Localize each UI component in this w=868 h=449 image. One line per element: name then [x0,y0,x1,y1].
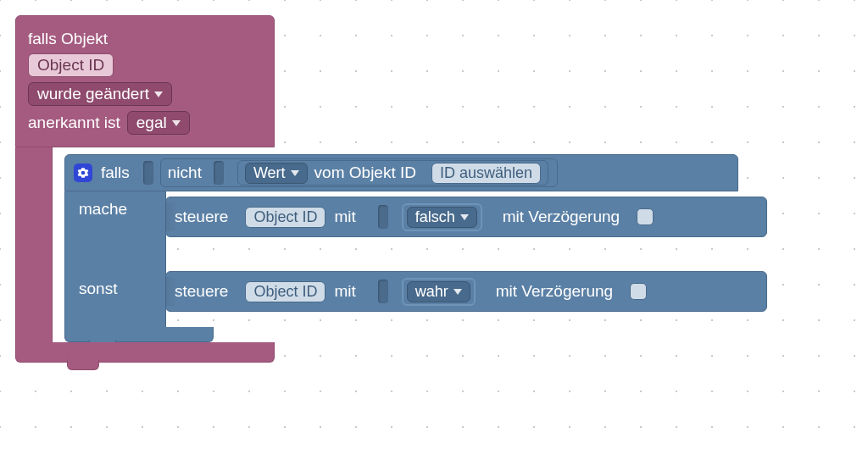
chevron-down-icon [460,214,469,220]
value-block-false[interactable]: falsch [402,203,482,231]
control-block-else[interactable]: steuere Object ID mit wahr [165,271,767,312]
value-socket-else[interactable] [378,280,388,303]
from-object-label: vom Objekt ID [314,164,416,182]
trigger-object-label: Object ID [37,56,104,75]
trigger-ack-label: anerkannt ist [28,114,120,132]
trigger-title: falls Objekt [28,30,108,48]
if-header[interactable]: falls nicht Wert vom Objekt ID I [64,154,738,191]
control-block-do[interactable]: steuere Object ID mit falsch [165,197,767,237]
trigger-body: falls nicht Wert vom Objekt ID I [15,147,868,342]
get-value-block[interactable]: Wert vom Objekt ID ID auswählen [237,160,548,186]
control-object-chip-else[interactable]: Object ID [245,281,326,302]
if-rail: mache sonst [64,191,166,327]
value-block-true[interactable]: wahr [402,278,476,306]
chevron-down-icon [453,289,462,295]
true-dropdown-label: wahr [415,283,448,301]
trigger-object-chip[interactable]: Object ID [28,53,114,77]
trigger-event-dropdown[interactable]: wurde geändert [28,82,172,106]
select-id-label: ID auswählen [440,164,532,182]
delay-checkbox-do[interactable] [637,208,654,225]
value-socket-do[interactable] [378,205,388,229]
trigger-bottom [15,342,275,363]
control-object-chip-do-label: Object ID [253,208,317,226]
block-canvas[interactable]: falls Objekt Object ID wurde geändert an… [0,0,868,363]
control-object-chip-do[interactable]: Object ID [245,207,326,228]
with-label-do: mit [334,208,355,226]
control-object-chip-else-label: Object ID [253,283,317,301]
control-label: steuere [175,208,228,226]
trigger-block[interactable]: falls Objekt Object ID wurde geändert an… [15,15,275,147]
value-dropdown[interactable]: Wert [245,163,308,184]
if-condition-socket[interactable] [143,161,153,185]
select-id-chip[interactable]: ID auswählen [431,163,541,184]
not-input-socket[interactable] [214,161,224,185]
delay-checkbox-else[interactable] [630,283,647,300]
trigger-ack-value: egal [136,114,167,132]
do-slot[interactable]: steuere Object ID mit falsch [166,191,767,252]
not-block[interactable]: nicht Wert vom Objekt ID ID auswählen [160,158,558,187]
if-bottom [64,327,214,342]
if-else-block[interactable]: falls nicht Wert vom Objekt ID I [64,154,868,342]
trigger-event-value: wurde geändert [37,85,149,103]
if-label: falls [101,164,130,182]
true-dropdown[interactable]: wahr [407,281,470,302]
trigger-left-bar [15,147,53,342]
not-label: nicht [168,164,202,182]
chevron-down-icon [172,120,181,126]
false-dropdown[interactable]: falsch [407,207,477,228]
chevron-down-icon [154,91,163,97]
trigger-ack-dropdown[interactable]: egal [127,111,190,135]
gear-icon[interactable] [74,164,92,182]
with-label-else: mit [334,282,355,301]
do-label: mache [79,200,155,219]
else-slot[interactable]: steuere Object ID mit wahr [166,252,767,327]
delay-label-else: mit Verzögerung [496,282,613,301]
control-label-else: steuere [175,282,228,301]
chevron-down-icon [291,170,299,176]
false-dropdown-label: falsch [415,208,455,226]
value-dropdown-label: Wert [253,164,286,182]
delay-label-do: mit Verzögerung [503,208,620,226]
else-label: sonst [79,280,155,298]
